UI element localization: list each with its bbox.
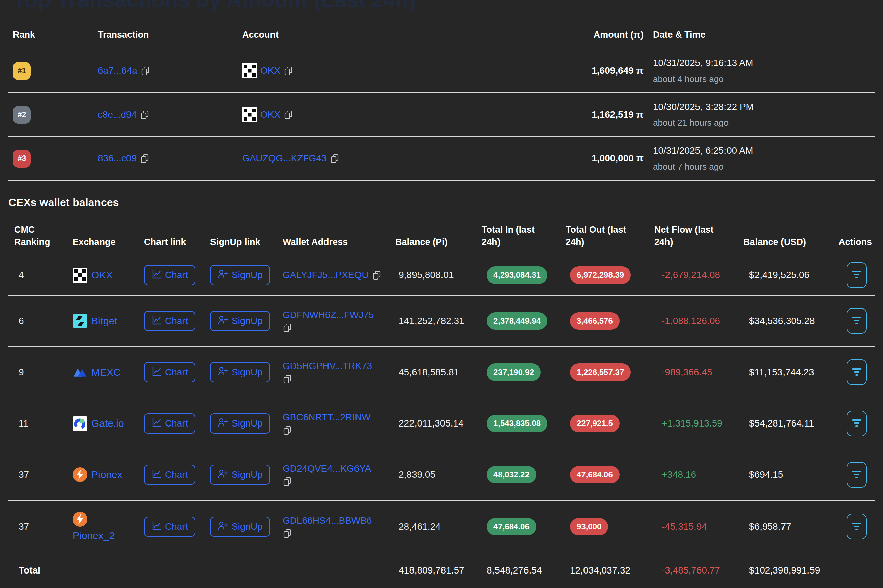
signup-button[interactable]: SignUp xyxy=(210,265,270,285)
exchange-link[interactable]: Bitget xyxy=(92,315,117,327)
balance-usd-value: $11,153,744.23 xyxy=(743,367,838,378)
filter-icon xyxy=(851,419,862,429)
total-in-badge: 237,190.92 xyxy=(487,363,541,381)
balance-usd-value: $54,281,764.11 xyxy=(743,418,838,429)
copy-icon[interactable] xyxy=(284,110,293,119)
filter-icon xyxy=(851,270,862,280)
datetime-value: 10/31/2025, 9:16:13 AM xyxy=(653,58,875,69)
wallet-address-link[interactable]: GBC6NRTT...2RINW xyxy=(282,412,371,423)
copy-icon[interactable] xyxy=(141,66,150,75)
cex-wallets-table: CMC Ranking Exchange Chart link SignUp l… xyxy=(8,224,875,588)
copy-icon[interactable] xyxy=(140,110,149,119)
amount-value: 1,000,000 π xyxy=(407,153,644,164)
signup-button[interactable]: SignUp xyxy=(210,362,270,382)
exchange-link[interactable]: Gate.io xyxy=(92,418,124,429)
signup-button[interactable]: SignUp xyxy=(210,516,270,537)
chart-button[interactable]: Chart xyxy=(144,465,195,485)
bitget-icon xyxy=(72,314,87,328)
account-link[interactable]: OKX xyxy=(260,109,280,120)
chart-icon xyxy=(152,417,162,430)
signup-icon xyxy=(218,315,228,327)
total-net-flow: -3,485,760.77 xyxy=(654,565,743,576)
actions-button[interactable] xyxy=(847,308,867,334)
total-in-badge: 48,032.22 xyxy=(487,466,536,483)
chart-button[interactable]: Chart xyxy=(144,413,195,434)
wallet-address-link[interactable]: GDFNWH6Z...FWJ75 xyxy=(282,309,374,320)
total-in-value: 8,548,276.54 xyxy=(482,565,566,576)
chart-button[interactable]: Chart xyxy=(144,362,195,382)
copy-icon[interactable] xyxy=(140,154,149,163)
net-flow-value: +348.16 xyxy=(654,470,743,480)
header-balance-pi: Balance (Pi) xyxy=(395,236,482,249)
balance-pi-value: 9,895,808.01 xyxy=(395,270,482,280)
signup-button[interactable]: SignUp xyxy=(210,413,270,434)
exchange-link[interactable]: MEXC xyxy=(92,366,121,378)
filter-icon xyxy=(851,368,862,377)
exchange-link[interactable]: Pionex_2 xyxy=(72,530,115,542)
relative-time: about 4 hours ago xyxy=(653,74,875,84)
transaction-row: #3 836...c09 GAUZQG...KZFG43 1,000,000 π… xyxy=(8,137,875,181)
chart-button[interactable]: Chart xyxy=(144,311,195,331)
amount-value: 1,162,519 π xyxy=(407,109,644,120)
balance-usd-value: $694.15 xyxy=(743,470,838,480)
exchange-row: 11 Gate.io Chart SignUp GBC6NRTT...2RINW… xyxy=(8,398,875,449)
signup-button[interactable]: SignUp xyxy=(210,311,270,331)
total-label: Total xyxy=(8,565,72,576)
signup-button[interactable]: SignUp xyxy=(210,465,270,485)
chart-icon xyxy=(152,520,162,533)
wallet-address-link[interactable]: GDL66HS4...BBWB6 xyxy=(282,515,372,526)
net-flow-value: -2,679,214.08 xyxy=(654,270,743,280)
cmc-ranking-value: 37 xyxy=(8,470,72,480)
net-flow-value: +1,315,913.59 xyxy=(654,418,743,429)
exchange-link[interactable]: OKX xyxy=(92,269,113,281)
amount-value: 1,609,649 π xyxy=(407,65,644,76)
header-cmc-ranking: CMC Ranking xyxy=(8,224,72,249)
balance-pi-value: 2,839.05 xyxy=(395,470,482,480)
transaction-link[interactable]: 6a7...64a xyxy=(98,65,137,76)
copy-icon[interactable] xyxy=(372,270,381,280)
transaction-link[interactable]: 836...c09 xyxy=(98,153,137,164)
account-link[interactable]: GAUZQG...KZFG43 xyxy=(242,153,326,164)
signup-icon xyxy=(218,417,228,430)
wallet-address-link[interactable]: GALYJFJ5...PXEQU xyxy=(282,270,369,280)
header-signup-link: SignUp link xyxy=(210,236,282,249)
header-amount: Amount (π) xyxy=(407,30,644,40)
total-out-badge: 227,921.5 xyxy=(570,415,620,432)
filter-icon xyxy=(851,522,862,532)
relative-time: about 7 hours ago xyxy=(653,162,875,172)
copy-icon[interactable] xyxy=(282,529,292,538)
copy-icon[interactable] xyxy=(282,426,292,435)
balance-pi-value: 28,461.24 xyxy=(395,521,482,532)
actions-button[interactable] xyxy=(847,411,867,436)
copy-icon[interactable] xyxy=(282,374,292,384)
chart-button[interactable]: Chart xyxy=(144,516,195,537)
chart-icon xyxy=(152,469,162,481)
transactions-rows: #1 6a7...64a OKX 1,609,649 π 10/31/2025,… xyxy=(8,49,875,181)
balance-usd-value: $6,958.77 xyxy=(743,521,838,532)
balance-pi-value: 222,011,305.14 xyxy=(395,418,482,429)
transaction-row: #1 6a7...64a OKX 1,609,649 π 10/31/2025,… xyxy=(8,49,875,93)
filter-icon xyxy=(851,316,862,326)
actions-button[interactable] xyxy=(847,359,867,385)
copy-icon[interactable] xyxy=(284,66,293,75)
signup-icon xyxy=(218,520,228,533)
actions-button[interactable] xyxy=(847,262,867,288)
transaction-link[interactable]: c8e...d94 xyxy=(98,109,137,120)
chart-button[interactable]: Chart xyxy=(144,265,195,285)
total-out-badge: 93,000 xyxy=(570,518,608,536)
cex-header-row: CMC Ranking Exchange Chart link SignUp l… xyxy=(8,224,875,255)
wallet-address-link[interactable]: GD24QVE4...KG6YA xyxy=(282,463,371,474)
total-in-badge: 2,378,449.94 xyxy=(487,312,547,330)
total-in-badge: 4,293,084.31 xyxy=(487,266,547,284)
wallet-address-link[interactable]: GD5HGPHV...TRK73 xyxy=(282,361,372,372)
header-actions: Actions xyxy=(838,236,875,249)
copy-icon[interactable] xyxy=(282,323,292,332)
header-total-out: Total Out (last 24h) xyxy=(566,224,654,249)
copy-icon[interactable] xyxy=(330,154,339,163)
chart-icon xyxy=(152,366,162,379)
actions-button[interactable] xyxy=(847,514,867,540)
actions-button[interactable] xyxy=(847,462,867,488)
exchange-link[interactable]: Pionex xyxy=(92,469,122,480)
copy-icon[interactable] xyxy=(282,477,292,486)
account-link[interactable]: OKX xyxy=(260,65,280,76)
